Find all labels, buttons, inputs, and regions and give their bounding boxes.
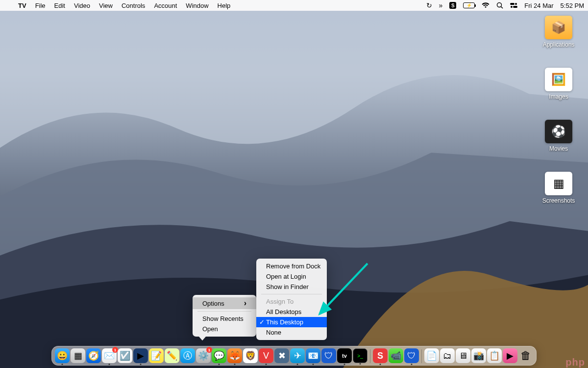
- menubar-time[interactable]: 5:52 PM: [561, 2, 584, 9]
- appletv-label: tv: [342, 353, 347, 359]
- menu-item-open-at-login[interactable]: Open at Login: [256, 271, 327, 282]
- desktop-icon-label: Images: [549, 93, 568, 100]
- menu-item-show-in-finder[interactable]: Show in Finder: [256, 282, 327, 292]
- menu-item-options[interactable]: Options: [193, 297, 256, 309]
- options-submenu: Remove from Dock Open at Login Show in F…: [256, 259, 327, 340]
- menu-video[interactable]: Video: [70, 2, 95, 9]
- menu-item-show-recents[interactable]: Show Recents: [193, 314, 256, 324]
- svg-point-3: [515, 3, 517, 5]
- desktop-icon-images[interactable]: 🖼️ Images: [539, 68, 578, 100]
- menu-window[interactable]: Window: [181, 2, 213, 9]
- menu-controls[interactable]: Controls: [117, 2, 149, 9]
- control-center-icon[interactable]: [510, 2, 517, 8]
- timemachine-icon[interactable]: ↻: [426, 1, 432, 9]
- app-menu[interactable]: TV: [14, 2, 31, 9]
- dock-context-menu: Options Show Recents Open: [193, 295, 256, 337]
- dock-terminal[interactable]: >_: [353, 348, 368, 363]
- menubar-date[interactable]: Fri 24 Mar: [524, 2, 553, 9]
- status-badge-s[interactable]: S: [449, 2, 456, 9]
- wifi-icon[interactable]: [482, 2, 490, 8]
- menu-header-assign-to: Assign To: [256, 296, 327, 307]
- menu-pointer: [199, 337, 206, 341]
- dock-app-pink[interactable]: ▶: [503, 348, 517, 363]
- svg-rect-2: [510, 3, 514, 5]
- dock-appstore[interactable]: Ⓐ: [180, 348, 195, 363]
- desktop-icons: 📦 Applications 🖼️ Images ⚽ Movies ▦ Scre…: [539, 16, 578, 204]
- menu-item-open[interactable]: Open: [193, 324, 256, 334]
- menu-view[interactable]: View: [95, 2, 117, 9]
- dock-stack-2[interactable]: 🗂: [440, 348, 455, 363]
- menu-account[interactable]: Account: [149, 2, 181, 9]
- desktop-icon-label: Screenshots: [542, 197, 575, 204]
- desktop-icon-movies[interactable]: ⚽ Movies: [539, 120, 578, 152]
- menu-edit[interactable]: Edit: [50, 2, 70, 9]
- menu-item-remove-from-dock[interactable]: Remove from Dock: [256, 261, 327, 271]
- dock-settings[interactable]: ⚙️1: [196, 348, 211, 363]
- menu-help[interactable]: Help: [213, 2, 235, 9]
- menu-separator: [261, 294, 322, 294]
- menu-item-all-desktops[interactable]: All Desktops: [256, 307, 327, 317]
- svg-line-1: [501, 7, 503, 9]
- dock-messages[interactable]: 💬: [212, 348, 226, 363]
- desktop-icon-label: Movies: [549, 145, 568, 152]
- dock-mail[interactable]: ✉️1: [102, 348, 117, 363]
- menu-file[interactable]: File: [31, 2, 50, 9]
- dock-freeform[interactable]: ✏️: [165, 348, 179, 363]
- menu-item-this-desktop[interactable]: This Desktop: [256, 317, 327, 327]
- desktop-icon-label: Applications: [543, 41, 575, 48]
- dock-stack-3[interactable]: 🖥: [456, 348, 470, 363]
- desktop-icon-applications[interactable]: 📦 Applications: [539, 16, 578, 48]
- dock-stack-1[interactable]: 📄: [424, 348, 439, 363]
- dock-brave[interactable]: 🦁: [243, 348, 258, 363]
- dock-vivaldi[interactable]: V: [259, 348, 273, 363]
- menu-separator: [197, 311, 251, 312]
- dock-reminders[interactable]: ☑️: [118, 348, 132, 363]
- folder-icon: 📦: [545, 16, 572, 39]
- svg-point-5: [511, 6, 513, 8]
- svg-point-0: [497, 3, 502, 7]
- dock-telegram[interactable]: ✈︎: [290, 348, 305, 363]
- dock-stack-4[interactable]: 📸: [471, 348, 486, 363]
- dock-notes[interactable]: 📝: [149, 348, 164, 363]
- dock-launchpad[interactable]: ▦: [71, 348, 85, 363]
- dock-finder[interactable]: 😀: [55, 348, 70, 363]
- svg-rect-4: [513, 6, 517, 8]
- fastforward-icon[interactable]: »: [439, 1, 443, 9]
- folder-icon: ⚽: [545, 120, 572, 143]
- dock-safari[interactable]: 🧭: [86, 348, 101, 363]
- dock-facetime[interactable]: 📹: [389, 348, 403, 363]
- menu-item-label: Options: [202, 300, 224, 307]
- menubar: TV File Edit Video View Controls Account…: [0, 0, 588, 11]
- dock-app-s[interactable]: S: [373, 348, 388, 363]
- dock-media[interactable]: ▶: [133, 348, 148, 363]
- dock-shield[interactable]: 🛡: [404, 348, 419, 363]
- dock-separator: [370, 349, 370, 363]
- desktop-icon-screenshots[interactable]: ▦ Screenshots: [539, 172, 578, 204]
- spotlight-icon[interactable]: [496, 2, 503, 9]
- dock-appletv[interactable]: tv: [337, 348, 352, 363]
- folder-icon: 🖼️: [545, 68, 572, 91]
- dock: 😀 ▦ 🧭 ✉️1 ☑️ ▶ 📝 ✏️ Ⓐ ⚙️1 💬 🦊 🦁 V ✖︎ ✈︎ …: [51, 346, 537, 366]
- dock-stack-5[interactable]: 📋: [487, 348, 502, 363]
- dock-tools[interactable]: ✖︎: [274, 348, 289, 363]
- dock-trash[interactable]: 🗑: [518, 348, 533, 363]
- dock-outlook[interactable]: 📧: [306, 348, 320, 363]
- menu-item-none[interactable]: None: [256, 327, 327, 338]
- battery-icon[interactable]: ⚡: [463, 2, 475, 8]
- dock-separator: [421, 349, 422, 363]
- dock-bitwarden[interactable]: 🛡: [321, 348, 336, 363]
- folder-icon: ▦: [545, 172, 572, 195]
- dock-firefox[interactable]: 🦊: [227, 348, 242, 363]
- status-badge-s-label: S: [451, 3, 455, 8]
